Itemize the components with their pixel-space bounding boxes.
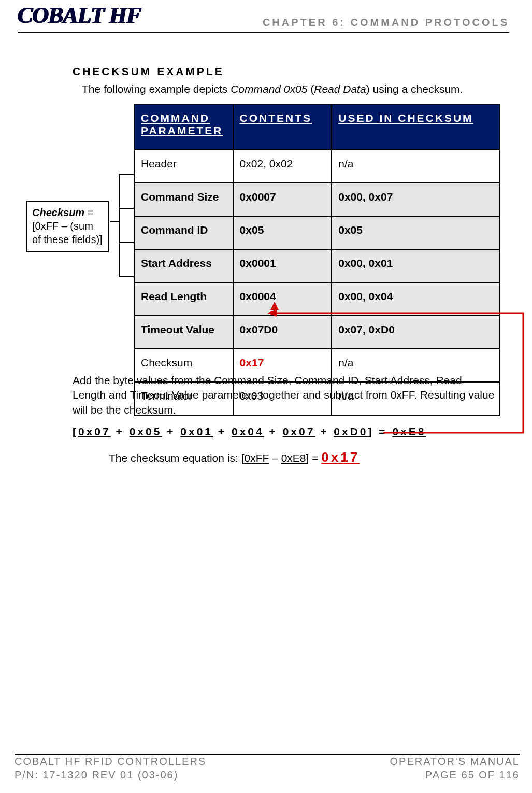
footer-left-2: P/N: 17-1320 REV 01 (03-06) bbox=[15, 769, 178, 781]
cell-parameter: Timeout Value bbox=[134, 316, 233, 349]
th-parameter: COMMAND PARAMETER bbox=[134, 104, 233, 150]
eq2-prefix: The checksum equation is: [ bbox=[109, 452, 244, 464]
cell-parameter: Read Length bbox=[134, 282, 233, 316]
chapter-title: CHAPTER 6: COMMAND PROTOCOLS bbox=[263, 17, 509, 29]
logo: COBALT HF bbox=[18, 2, 141, 29]
eq2-a: 0xFF bbox=[244, 452, 269, 464]
eq-sep: ] = bbox=[368, 426, 392, 437]
cell-parameter: Command ID bbox=[134, 216, 233, 249]
eq-token: 0x01 bbox=[180, 426, 213, 437]
cell-parameter: Command Size bbox=[134, 183, 233, 216]
cell-contents: 0x0007 bbox=[233, 183, 332, 216]
cell-parameter: Header bbox=[134, 150, 233, 183]
header-rule bbox=[18, 32, 509, 33]
intro-prefix: The following example depicts bbox=[82, 83, 231, 95]
intro-suffix: ) using a checksum. bbox=[366, 83, 463, 95]
th-contents: CONTENTS bbox=[233, 104, 332, 150]
checksum-equation: The checksum equation is: [0xFF – 0xE8] … bbox=[109, 448, 496, 466]
intro-read: Read Data bbox=[314, 83, 366, 95]
cell-contents: 0x0004 bbox=[233, 282, 332, 316]
table-row: Start Address0x00010x00, 0x01 bbox=[134, 249, 500, 282]
footer-right: OPERATOR'S MANUAL PAGE 65 OF 116 bbox=[390, 755, 520, 782]
eq-token: 0xE8 bbox=[392, 426, 426, 437]
eq-token: 0x04 bbox=[232, 426, 264, 437]
section-heading: CHECKSUM EXAMPLE bbox=[73, 65, 496, 78]
table-row: Read Length0x00040x00, 0x04 bbox=[134, 282, 500, 316]
eq-sep: + bbox=[264, 426, 283, 437]
cell-used: 0x00, 0x01 bbox=[332, 249, 500, 282]
cell-contents: 0x05 bbox=[233, 216, 332, 249]
eq2-result: 0x17 bbox=[321, 449, 360, 465]
eq2-mid: – bbox=[269, 452, 281, 464]
footer-left-1: COBALT HF RFID CONTROLLERS bbox=[15, 756, 206, 767]
explanation-para: Add the byte values from the Command Siz… bbox=[73, 373, 496, 417]
eq2-b: 0xE8 bbox=[281, 452, 306, 464]
cell-contents: 0x0001 bbox=[233, 249, 332, 282]
eq-sep: + bbox=[111, 426, 130, 437]
command-table: COMMAND PARAMETER CONTENTS USED IN CHECK… bbox=[134, 104, 500, 416]
eq-token: 0xD0 bbox=[334, 426, 368, 437]
table-row: Command ID0x050x05 bbox=[134, 216, 500, 249]
intro-paren: ( bbox=[307, 83, 314, 95]
table-row: Timeout Value0x07D00x07, 0xD0 bbox=[134, 316, 500, 349]
cell-used: 0x07, 0xD0 bbox=[332, 316, 500, 349]
checksum-callout: Checksum = [0xFF – (sum of these fields)… bbox=[26, 201, 109, 252]
footer-right-1: OPERATOR'S MANUAL bbox=[390, 756, 520, 767]
cell-used: 0x05 bbox=[332, 216, 500, 249]
cell-used: n/a bbox=[332, 150, 500, 183]
eq-sep: + bbox=[162, 426, 180, 437]
eq-token: 0x07 bbox=[78, 426, 111, 437]
eq-sep: + bbox=[315, 426, 334, 437]
eq-sep: [ bbox=[73, 426, 78, 437]
footer-right-2: PAGE 65 OF 116 bbox=[425, 769, 520, 781]
eq-sep: + bbox=[213, 426, 232, 437]
cell-used: 0x00, 0x04 bbox=[332, 282, 500, 316]
eq2-suffix: ] = bbox=[306, 452, 322, 464]
table-row: Command Size0x00070x00, 0x07 bbox=[134, 183, 500, 216]
cell-contents: 0x02, 0x02 bbox=[233, 150, 332, 183]
sum-equation: [0x07 + 0x05 + 0x01 + 0x04 + 0x07 + 0xD0… bbox=[73, 424, 496, 439]
intro-cmd: Command 0x05 bbox=[231, 83, 307, 95]
eq-token: 0x05 bbox=[130, 426, 162, 437]
eq-token: 0x07 bbox=[283, 426, 315, 437]
cell-used: 0x00, 0x07 bbox=[332, 183, 500, 216]
footer-left: COBALT HF RFID CONTROLLERS P/N: 17-1320 … bbox=[15, 755, 206, 782]
callout-em: Checksum bbox=[32, 207, 84, 218]
cell-parameter: Start Address bbox=[134, 249, 233, 282]
th-used: USED IN CHECKSUM bbox=[332, 104, 500, 150]
cell-contents: 0x07D0 bbox=[233, 316, 332, 349]
intro-text: The following example depicts Command 0x… bbox=[82, 82, 496, 96]
table-header-row: COMMAND PARAMETER CONTENTS USED IN CHECK… bbox=[134, 104, 500, 150]
table-row: Header0x02, 0x02n/a bbox=[134, 150, 500, 183]
